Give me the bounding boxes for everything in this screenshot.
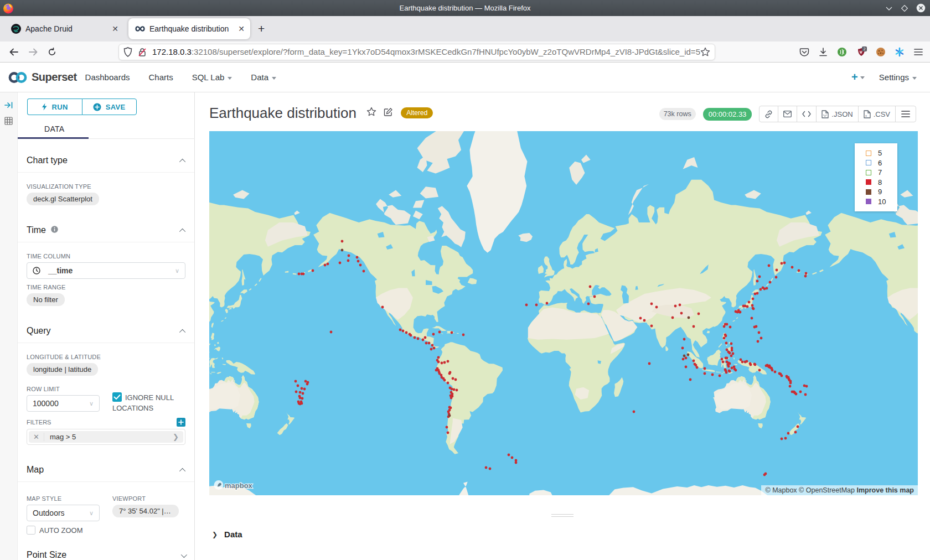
svg-text:x: x [865, 114, 867, 117]
svg-text:mapbox: mapbox [225, 481, 253, 490]
svg-text:2: 2 [863, 46, 865, 51]
